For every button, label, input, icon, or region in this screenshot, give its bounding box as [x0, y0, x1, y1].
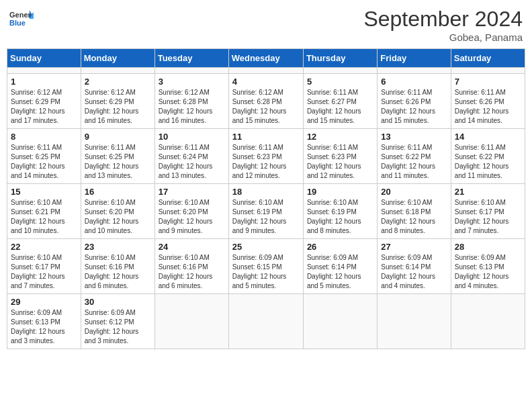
- day-info: Sunrise: 6:11 AM Sunset: 6:25 PM Dayligh…: [11, 143, 77, 181]
- calendar-cell: 24Sunrise: 6:10 AM Sunset: 6:16 PM Dayli…: [154, 239, 228, 294]
- calendar-cell: 17Sunrise: 6:10 AM Sunset: 6:20 PM Dayli…: [154, 184, 228, 239]
- day-number: 20: [381, 187, 447, 197]
- calendar-cell: 7Sunrise: 6:11 AM Sunset: 6:26 PM Daylig…: [451, 74, 525, 129]
- calendar-cell: [378, 68, 451, 74]
- day-number: 17: [159, 187, 225, 197]
- calendar-cell: 1Sunrise: 6:12 AM Sunset: 6:29 PM Daylig…: [7, 74, 81, 129]
- calendar-cell: [303, 294, 377, 349]
- col-sunday: Sunday: [7, 49, 81, 68]
- day-number: 22: [11, 242, 77, 252]
- calendar-cell: [81, 68, 154, 74]
- day-info: Sunrise: 6:10 AM Sunset: 6:20 PM Dayligh…: [85, 198, 151, 236]
- calendar-week-row-2: 8Sunrise: 6:11 AM Sunset: 6:25 PM Daylig…: [7, 129, 525, 184]
- day-number: 9: [85, 132, 151, 142]
- day-number: 15: [11, 187, 77, 197]
- day-number: 13: [381, 132, 447, 142]
- day-number: 16: [85, 187, 151, 197]
- calendar-cell: 25Sunrise: 6:09 AM Sunset: 6:15 PM Dayli…: [228, 239, 303, 294]
- calendar-cell: 6Sunrise: 6:11 AM Sunset: 6:26 PM Daylig…: [378, 74, 451, 129]
- day-number: 21: [455, 187, 521, 197]
- logo-icon: General Blue: [9, 7, 34, 31]
- calendar-cell: [154, 294, 228, 349]
- day-number: 14: [455, 132, 521, 142]
- col-monday: Monday: [81, 49, 154, 68]
- month-title: September 2024: [363, 7, 523, 32]
- day-info: Sunrise: 6:10 AM Sunset: 6:16 PM Dayligh…: [85, 253, 151, 291]
- day-info: Sunrise: 6:11 AM Sunset: 6:26 PM Dayligh…: [381, 88, 447, 126]
- day-number: 2: [85, 77, 151, 87]
- day-info: Sunrise: 6:11 AM Sunset: 6:23 PM Dayligh…: [232, 143, 300, 181]
- calendar-cell: 29Sunrise: 6:09 AM Sunset: 6:13 PM Dayli…: [7, 294, 81, 349]
- calendar-cell: 28Sunrise: 6:09 AM Sunset: 6:13 PM Dayli…: [451, 239, 525, 294]
- day-number: 1: [11, 77, 77, 87]
- day-info: Sunrise: 6:09 AM Sunset: 6:13 PM Dayligh…: [11, 308, 77, 346]
- calendar-cell: 9Sunrise: 6:11 AM Sunset: 6:25 PM Daylig…: [81, 129, 154, 184]
- day-info: Sunrise: 6:12 AM Sunset: 6:29 PM Dayligh…: [85, 88, 151, 126]
- calendar-week-row-4: 22Sunrise: 6:10 AM Sunset: 6:17 PM Dayli…: [7, 239, 525, 294]
- calendar-cell: 20Sunrise: 6:10 AM Sunset: 6:18 PM Dayli…: [378, 184, 451, 239]
- calendar-cell: [303, 68, 377, 74]
- calendar-cell: 11Sunrise: 6:11 AM Sunset: 6:23 PM Dayli…: [228, 129, 303, 184]
- day-number: 8: [11, 132, 77, 142]
- day-info: Sunrise: 6:11 AM Sunset: 6:22 PM Dayligh…: [455, 143, 521, 181]
- calendar-cell: 26Sunrise: 6:09 AM Sunset: 6:14 PM Dayli…: [303, 239, 377, 294]
- day-info: Sunrise: 6:12 AM Sunset: 6:29 PM Dayligh…: [11, 88, 77, 126]
- day-info: Sunrise: 6:10 AM Sunset: 6:19 PM Dayligh…: [232, 198, 300, 236]
- day-info: Sunrise: 6:11 AM Sunset: 6:27 PM Dayligh…: [307, 88, 373, 126]
- calendar-cell: [378, 294, 451, 349]
- col-saturday: Saturday: [451, 49, 525, 68]
- calendar-week-row-1: 1Sunrise: 6:12 AM Sunset: 6:29 PM Daylig…: [7, 74, 525, 129]
- day-info: Sunrise: 6:09 AM Sunset: 6:13 PM Dayligh…: [455, 253, 521, 291]
- calendar-cell: 13Sunrise: 6:11 AM Sunset: 6:22 PM Dayli…: [378, 129, 451, 184]
- calendar-cell: [154, 68, 228, 74]
- day-info: Sunrise: 6:09 AM Sunset: 6:15 PM Dayligh…: [232, 253, 300, 291]
- day-info: Sunrise: 6:09 AM Sunset: 6:14 PM Dayligh…: [381, 253, 447, 291]
- calendar-cell: 19Sunrise: 6:10 AM Sunset: 6:19 PM Dayli…: [303, 184, 377, 239]
- day-number: 27: [381, 242, 447, 252]
- day-info: Sunrise: 6:11 AM Sunset: 6:22 PM Dayligh…: [381, 143, 447, 181]
- day-number: 23: [85, 242, 151, 252]
- calendar-cell: 21Sunrise: 6:10 AM Sunset: 6:17 PM Dayli…: [451, 184, 525, 239]
- calendar-cell: 5Sunrise: 6:11 AM Sunset: 6:27 PM Daylig…: [303, 74, 377, 129]
- calendar-cell: 16Sunrise: 6:10 AM Sunset: 6:20 PM Dayli…: [81, 184, 154, 239]
- day-info: Sunrise: 6:10 AM Sunset: 6:21 PM Dayligh…: [11, 198, 77, 236]
- calendar-cell: 4Sunrise: 6:12 AM Sunset: 6:28 PM Daylig…: [228, 74, 303, 129]
- day-number: 4: [232, 77, 300, 87]
- day-number: 3: [159, 77, 225, 87]
- day-info: Sunrise: 6:11 AM Sunset: 6:26 PM Dayligh…: [455, 88, 521, 126]
- calendar-cell: 15Sunrise: 6:10 AM Sunset: 6:21 PM Dayli…: [7, 184, 81, 239]
- day-info: Sunrise: 6:10 AM Sunset: 6:19 PM Dayligh…: [307, 198, 373, 236]
- day-number: 7: [455, 77, 521, 87]
- calendar-cell: 22Sunrise: 6:10 AM Sunset: 6:17 PM Dayli…: [7, 239, 81, 294]
- calendar-week-row-5: 29Sunrise: 6:09 AM Sunset: 6:13 PM Dayli…: [7, 294, 525, 349]
- calendar-cell: 8Sunrise: 6:11 AM Sunset: 6:25 PM Daylig…: [7, 129, 81, 184]
- day-number: 5: [307, 77, 373, 87]
- page-header: General Blue September 2024 Gobea, Panam…: [7, 7, 525, 43]
- day-info: Sunrise: 6:10 AM Sunset: 6:16 PM Dayligh…: [159, 253, 225, 291]
- day-info: Sunrise: 6:09 AM Sunset: 6:12 PM Dayligh…: [85, 308, 151, 346]
- day-info: Sunrise: 6:12 AM Sunset: 6:28 PM Dayligh…: [159, 88, 225, 126]
- day-number: 10: [159, 132, 225, 142]
- calendar-cell: 23Sunrise: 6:10 AM Sunset: 6:16 PM Dayli…: [81, 239, 154, 294]
- day-number: 19: [307, 187, 373, 197]
- calendar-cell: [7, 68, 81, 74]
- calendar-cell: [228, 294, 303, 349]
- calendar-header-row: Sunday Monday Tuesday Wednesday Thursday…: [7, 49, 525, 68]
- calendar-table: Sunday Monday Tuesday Wednesday Thursday…: [7, 48, 525, 349]
- day-number: 12: [307, 132, 373, 142]
- logo: General Blue: [9, 7, 34, 31]
- calendar-cell: 30Sunrise: 6:09 AM Sunset: 6:12 PM Dayli…: [81, 294, 154, 349]
- day-info: Sunrise: 6:11 AM Sunset: 6:23 PM Dayligh…: [307, 143, 373, 181]
- day-info: Sunrise: 6:10 AM Sunset: 6:18 PM Dayligh…: [381, 198, 447, 236]
- calendar-week-row-0: [7, 68, 525, 74]
- day-info: Sunrise: 6:09 AM Sunset: 6:14 PM Dayligh…: [307, 253, 373, 291]
- calendar-cell: 3Sunrise: 6:12 AM Sunset: 6:28 PM Daylig…: [154, 74, 228, 129]
- day-number: 6: [381, 77, 447, 87]
- calendar-week-row-3: 15Sunrise: 6:10 AM Sunset: 6:21 PM Dayli…: [7, 184, 525, 239]
- col-tuesday: Tuesday: [154, 49, 228, 68]
- day-number: 25: [232, 242, 300, 252]
- day-number: 24: [159, 242, 225, 252]
- day-info: Sunrise: 6:11 AM Sunset: 6:25 PM Dayligh…: [85, 143, 151, 181]
- calendar-cell: 18Sunrise: 6:10 AM Sunset: 6:19 PM Dayli…: [228, 184, 303, 239]
- calendar-cell: 27Sunrise: 6:09 AM Sunset: 6:14 PM Dayli…: [378, 239, 451, 294]
